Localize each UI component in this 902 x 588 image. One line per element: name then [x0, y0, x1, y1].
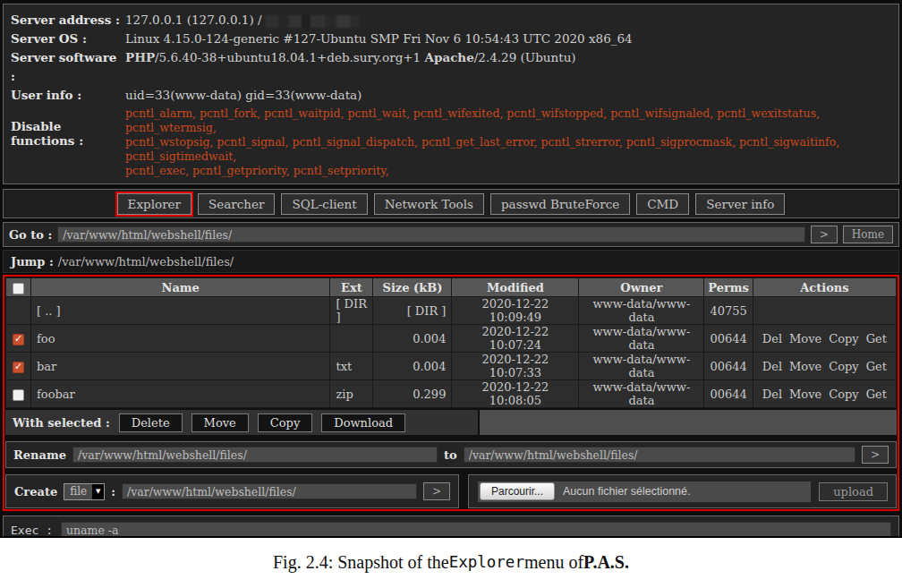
action-copy-link[interactable]: Copy [829, 360, 858, 373]
file-input: Parcourir... Aucun fichier sélectionné. [477, 481, 812, 503]
upload-button[interactable]: upload [819, 482, 888, 501]
jump-bar: Jump : /var/www/html/webshell/files/ [3, 250, 899, 273]
caption-pas-bold: P.A.S. [583, 552, 629, 573]
file-link[interactable]: foo [37, 332, 55, 345]
caption-code-explorer: Explorer [449, 553, 524, 571]
menu-tab-bar: Explorer Searcher SQL-client Network Too… [3, 189, 899, 218]
user-info-row: User info : uid=33(www-data) gid=33(www-… [11, 86, 891, 105]
disable-functions-value: pcntl_alarm, pcntl_fork, pcntl_waitpid, … [125, 105, 891, 178]
tab-sql-client[interactable]: SQL-client [281, 193, 367, 215]
create-colon: : [111, 485, 115, 499]
exec-label: Exec : [11, 524, 53, 537]
goto-label: Go to : [9, 228, 52, 242]
copy-button[interactable]: Copy [258, 413, 312, 432]
with-selected-bar: With selected : Delete Move Copy Downloa… [5, 410, 897, 435]
rename-to-label: to [444, 448, 457, 462]
col-header-actions: Actions [753, 278, 896, 297]
home-button[interactable]: Home [843, 226, 893, 243]
server-address-row: Server address : 127.0.0.1 (127.0.0.1) / [11, 11, 891, 30]
exec-input[interactable] [61, 522, 891, 538]
with-selected-label: With selected : [13, 416, 110, 430]
col-header-owner: Owner [579, 278, 704, 297]
table-header-row: Name Ext Size (kB) Modified Owner Perms … [6, 278, 897, 297]
action-del-link[interactable]: Del [762, 388, 782, 401]
server-os-value: Linux 4.15.0-124-generic #127-Ubuntu SMP… [125, 30, 633, 48]
select-all-checkbox[interactable] [13, 283, 24, 294]
table-row: [ .. ] [ DIR ] [ DIR ] 2020-12-22 10:09:… [6, 297, 897, 325]
server-software-label: Server software : [11, 48, 125, 86]
col-header-modified: Modified [452, 278, 579, 297]
webshell-window: Server address : 127.0.0.1 (127.0.0.1) /… [0, 0, 902, 538]
user-info-label: User info : [11, 86, 125, 105]
disable-functions-row: Disable functions : pcntl_alarm, pcntl_f… [11, 105, 891, 178]
action-del-link[interactable]: Del [762, 332, 782, 345]
explorer-annotated-region: Name Ext Size (kB) Modified Owner Perms … [3, 275, 899, 511]
create-panel: Create file▼ : > [5, 474, 459, 508]
action-copy-link[interactable]: Copy [829, 388, 858, 401]
rename-from-input[interactable] [72, 447, 438, 463]
col-header-ext: Ext [330, 278, 373, 297]
perms-link[interactable]: 00644 [710, 360, 746, 373]
create-submit-button[interactable]: > [423, 482, 450, 500]
create-label: Create [14, 485, 57, 499]
file-status-text: Aucun fichier sélectionné. [563, 485, 690, 498]
action-move-link[interactable]: Move [789, 332, 821, 345]
create-upload-row: Create file▼ : > Parcourir... Aucun fich… [5, 474, 897, 508]
jump-path[interactable]: /var/www/html/webshell/files/ [58, 255, 234, 268]
disable-functions-label: Disable functions : [11, 105, 125, 148]
server-address-value: 127.0.0.1 (127.0.0.1) / [125, 11, 360, 30]
col-header-name: Name [31, 278, 330, 297]
redacted-text [265, 15, 360, 28]
row-checkbox-checked[interactable] [13, 334, 24, 345]
action-del-link[interactable]: Del [762, 360, 782, 373]
row-checkbox-unchecked[interactable] [13, 389, 24, 401]
create-type-select[interactable]: file▼ [64, 483, 105, 500]
exec-panel: Exec : > [3, 516, 899, 538]
chevron-down-icon: ▼ [92, 484, 104, 499]
user-info-value: uid=33(www-data) gid=33(www-data) [125, 86, 362, 105]
action-get-link[interactable]: Get [866, 388, 887, 401]
rename-label: Rename [13, 448, 66, 462]
tab-searcher[interactable]: Searcher [198, 193, 275, 215]
tab-server-info[interactable]: Server info [695, 193, 785, 215]
figure-caption: Fig. 2.4: Snapshot of the Explorer menu … [0, 538, 902, 586]
perms-link[interactable]: 00644 [710, 332, 746, 345]
server-os-label: Server OS : [11, 30, 125, 48]
delete-button[interactable]: Delete [119, 413, 183, 432]
col-header-size: Size (kB) [373, 278, 452, 297]
goto-submit-button[interactable]: > [811, 226, 838, 243]
upload-panel: Parcourir... Aucun fichier sélectionné. … [468, 474, 897, 508]
rename-to-input[interactable] [464, 447, 855, 463]
server-address-label: Server address : [11, 11, 125, 30]
server-software-value: PHP/5.6.40-38+ubuntu18.04.1+deb.sury.org… [125, 48, 576, 86]
move-button[interactable]: Move [191, 413, 249, 432]
tab-explorer[interactable]: Explorer [117, 193, 191, 215]
server-info-panel: Server address : 127.0.0.1 (127.0.0.1) /… [3, 4, 899, 184]
browse-button[interactable]: Parcourir... [480, 482, 555, 500]
jump-label: Jump : [11, 255, 54, 268]
tab-passwd-bruteforce[interactable]: passwd BruteForce [490, 193, 630, 215]
parent-dir-link[interactable]: [ .. ] [37, 304, 61, 318]
table-row: bar txt 0.004 2020-12-22 10:07:33 www-da… [6, 353, 897, 380]
goto-path-input[interactable] [57, 226, 804, 243]
perms-link[interactable]: 40755 [710, 304, 746, 318]
perms-link[interactable]: 00644 [710, 388, 746, 401]
file-table: Name Ext Size (kB) Modified Owner Perms … [5, 277, 897, 408]
with-selected-spacer [480, 410, 897, 435]
file-link[interactable]: bar [37, 360, 56, 373]
tab-network-tools[interactable]: Network Tools [374, 193, 484, 215]
server-os-row: Server OS : Linux 4.15.0-124-generic #12… [11, 30, 891, 48]
col-header-perms: Perms [704, 278, 753, 297]
create-path-input[interactable] [122, 483, 417, 499]
tab-cmd[interactable]: CMD [636, 193, 689, 215]
action-move-link[interactable]: Move [789, 360, 821, 373]
download-button[interactable]: Download [321, 413, 405, 432]
action-get-link[interactable]: Get [866, 360, 887, 373]
rename-bar: Rename to > [5, 441, 897, 468]
file-link[interactable]: foobar [37, 388, 75, 401]
row-checkbox-checked[interactable] [13, 362, 24, 373]
action-copy-link[interactable]: Copy [829, 332, 858, 345]
rename-submit-button[interactable]: > [862, 446, 889, 464]
action-get-link[interactable]: Get [866, 332, 887, 345]
action-move-link[interactable]: Move [789, 388, 821, 401]
